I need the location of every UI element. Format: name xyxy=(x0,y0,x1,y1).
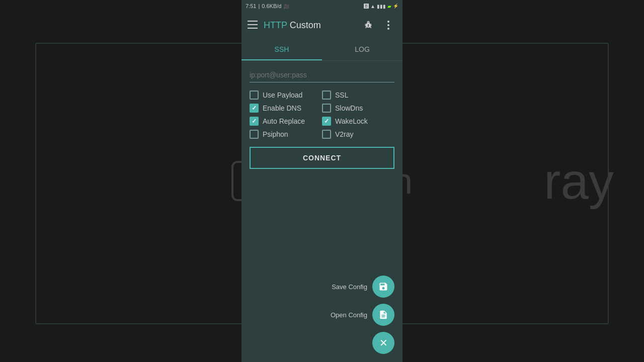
v2ray-checkbox[interactable] xyxy=(322,130,331,139)
wifi-icon: ▲ xyxy=(370,4,375,9)
svg-point-3 xyxy=(387,21,389,23)
psiphon-checkbox[interactable] xyxy=(250,130,259,139)
use-payload-checkbox[interactable] xyxy=(250,90,259,100)
open-config-button[interactable] xyxy=(372,304,394,326)
status-speed-value: 0.6KB/d xyxy=(262,3,281,9)
v2ray-label: V2ray xyxy=(335,130,354,138)
use-payload-row[interactable]: Use Payload xyxy=(250,90,322,100)
v2ray-row[interactable]: V2ray xyxy=(322,130,394,139)
content-area: Use Payload SSL Enable DNS SlowDns Auto … xyxy=(242,61,403,362)
enable-dns-label: Enable DNS xyxy=(263,104,301,112)
save-config-button[interactable] xyxy=(372,276,394,298)
fab-area: Save Config Open Config ✕ xyxy=(331,276,394,354)
slow-dns-label: SlowDns xyxy=(335,104,363,112)
enable-dns-row[interactable]: Enable DNS xyxy=(250,104,322,113)
menu-icon[interactable] xyxy=(248,20,258,31)
auto-replace-checkbox[interactable] xyxy=(250,117,259,126)
slow-dns-checkbox[interactable] xyxy=(322,104,331,113)
ssl-row[interactable]: SSL xyxy=(322,90,394,100)
ssl-label: SSL xyxy=(335,91,348,99)
signal-bars-icon: ▮▮▮ xyxy=(377,4,386,9)
wakelock-checkbox[interactable] xyxy=(322,117,331,126)
use-payload-label: Use Payload xyxy=(263,91,302,99)
status-right: 🅱 ▲ ▮▮▮ ▰ ⚡ xyxy=(364,4,398,9)
status-bar: 7:51 | 0.6KB/d 🎥 🅱 ▲ ▮▮▮ ▰ ⚡ xyxy=(242,0,403,12)
charge-icon: ⚡ xyxy=(393,4,398,9)
ssl-checkbox[interactable] xyxy=(322,90,331,100)
svg-rect-1 xyxy=(248,24,258,25)
svg-point-5 xyxy=(387,28,389,30)
status-data-speed: | xyxy=(258,3,260,9)
connect-button[interactable]: CONNECT xyxy=(250,147,394,169)
camera-icon: 🎥 xyxy=(283,4,289,9)
app-bar: HTTP Custom xyxy=(242,12,403,38)
status-left: 7:51 | 0.6KB/d 🎥 xyxy=(246,3,289,9)
bluetooth-icon: 🅱 xyxy=(364,4,369,9)
tabs: SSH LOG xyxy=(242,38,403,61)
status-time: 7:51 xyxy=(246,3,256,9)
auto-replace-label: Auto Replace xyxy=(263,117,305,125)
save-config-label: Save Config xyxy=(332,283,367,291)
phone-screen: 7:51 | 0.6KB/d 🎥 🅱 ▲ ▮▮▮ ▰ ⚡ HTTP Custom xyxy=(242,0,403,362)
wakelock-label: WakeLock xyxy=(335,117,368,125)
psiphon-row[interactable]: Psiphon xyxy=(250,130,322,139)
psiphon-label: Psiphon xyxy=(263,130,288,138)
app-title: HTTP Custom xyxy=(264,20,354,31)
wakelock-row[interactable]: WakeLock xyxy=(322,117,394,126)
svg-rect-0 xyxy=(248,21,258,22)
tab-log[interactable]: LOG xyxy=(322,38,403,60)
checkbox-grid: Use Payload SSL Enable DNS SlowDns Auto … xyxy=(250,90,394,139)
auto-replace-row[interactable]: Auto Replace xyxy=(250,117,322,126)
battery-icon: ▰ xyxy=(387,4,391,9)
svg-point-4 xyxy=(387,24,389,26)
app-title-http: HTTP xyxy=(264,20,287,30)
app-bar-actions xyxy=(360,17,396,33)
close-fab-button[interactable]: ✕ xyxy=(372,332,394,354)
save-config-item: Save Config xyxy=(332,276,394,298)
bug-icon[interactable] xyxy=(360,17,376,33)
app-title-custom: Custom xyxy=(287,20,321,30)
more-vert-icon[interactable] xyxy=(380,17,396,33)
open-config-item: Open Config xyxy=(331,304,394,326)
svg-rect-2 xyxy=(248,28,258,29)
server-input[interactable] xyxy=(250,69,394,82)
slow-dns-row[interactable]: SlowDns xyxy=(322,104,394,113)
open-config-label: Open Config xyxy=(331,311,367,319)
tab-ssh[interactable]: SSH xyxy=(242,38,322,60)
enable-dns-checkbox[interactable] xyxy=(250,104,259,113)
